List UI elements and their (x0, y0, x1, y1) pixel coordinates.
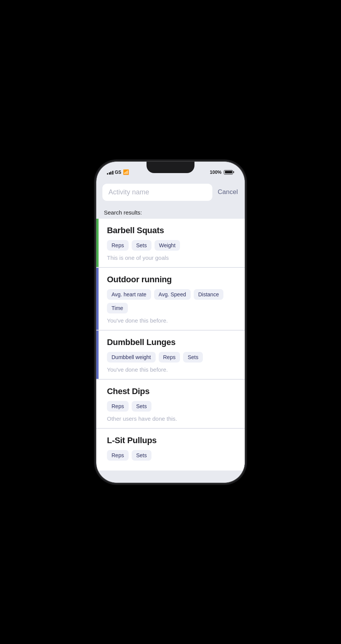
signal-bar-3 (110, 172, 112, 175)
result-item-inner: Barbell Squats Reps Sets Weight This is … (104, 226, 237, 261)
list-item[interactable]: Chest Dips Reps Sets Other users have do… (96, 380, 245, 428)
cancel-button[interactable]: Cancel (217, 187, 239, 197)
tags-row: Reps Sets (107, 401, 237, 412)
tag: Sets (183, 352, 203, 363)
result-subtitle: This is one of your goals (107, 254, 237, 261)
tag: Avg. heart rate (107, 289, 151, 300)
result-item-inner: Dumbbell Lunges Dumbbell weight Reps Set… (104, 337, 237, 373)
list-item[interactable]: L-Sit Pullups Reps Sets (96, 429, 245, 471)
accent-bar-blue (96, 268, 99, 330)
phone-screen: GS 📶 100% Activity name Cancel Search r (96, 162, 245, 483)
results-list: Barbell Squats Reps Sets Weight This is … (96, 219, 245, 483)
result-title: Chest Dips (107, 386, 237, 396)
tags-row: Reps Sets (107, 450, 237, 461)
battery-percent: 100% (210, 170, 221, 175)
list-item[interactable]: Outdoor running Avg. heart rate Avg. Spe… (96, 268, 245, 330)
search-area: Activity name Cancel (96, 180, 245, 205)
tag: Reps (159, 352, 180, 363)
list-item[interactable]: Barbell Squats Reps Sets Weight This is … (96, 219, 245, 267)
tag: Time (107, 303, 128, 313)
tag: Dumbbell weight (107, 352, 156, 363)
signal-bar-2 (109, 172, 110, 175)
result-subtitle: Other users have done this. (107, 415, 237, 422)
status-left: GS 📶 (107, 169, 129, 175)
list-item[interactable]: Dumbbell Lunges Dumbbell weight Reps Set… (96, 331, 245, 379)
result-title: L-Sit Pullups (107, 436, 237, 445)
signal-bar-1 (107, 173, 108, 175)
battery-tip (233, 171, 234, 173)
battery-body (224, 170, 233, 175)
tag: Distance (194, 289, 223, 300)
tags-row: Avg. heart rate Avg. Speed Distance Time (107, 289, 237, 313)
search-input-placeholder: Activity name (108, 188, 149, 196)
signal-bars-icon (107, 170, 113, 175)
status-right: 100% (210, 170, 234, 175)
accent-bar-green (96, 219, 99, 267)
battery-fill (225, 171, 232, 173)
result-subtitle: You've done this before. (107, 366, 237, 373)
tag: Avg. Speed (154, 289, 191, 300)
result-item-inner: Chest Dips Reps Sets Other users have do… (104, 386, 237, 422)
wifi-icon: 📶 (123, 169, 129, 175)
result-item-inner: Outdoor running Avg. heart rate Avg. Spe… (104, 275, 237, 324)
search-input-wrapper[interactable]: Activity name (102, 184, 212, 201)
tag: Weight (155, 240, 180, 251)
tag: Sets (132, 240, 151, 251)
result-title: Outdoor running (107, 275, 237, 285)
signal-bar-4 (112, 171, 113, 175)
notch (147, 162, 194, 173)
result-title: Barbell Squats (107, 226, 237, 235)
tags-row: Reps Sets Weight (107, 240, 237, 251)
carrier-label: GS (115, 170, 121, 175)
result-subtitle: You've done this before. (107, 317, 237, 324)
tag: Sets (132, 450, 151, 461)
search-results-label: Search results: (96, 205, 245, 219)
tag: Reps (107, 240, 129, 251)
phone-frame: GS 📶 100% Activity name Cancel Search r (96, 162, 245, 483)
tag: Sets (132, 401, 151, 412)
result-title: Dumbbell Lunges (107, 337, 237, 347)
tag: Reps (107, 450, 129, 461)
result-item-inner: L-Sit Pullups Reps Sets (104, 436, 237, 464)
tags-row: Dumbbell weight Reps Sets (107, 352, 237, 363)
accent-bar-blue2 (96, 331, 99, 379)
tag: Reps (107, 401, 129, 412)
battery-icon (224, 170, 234, 175)
